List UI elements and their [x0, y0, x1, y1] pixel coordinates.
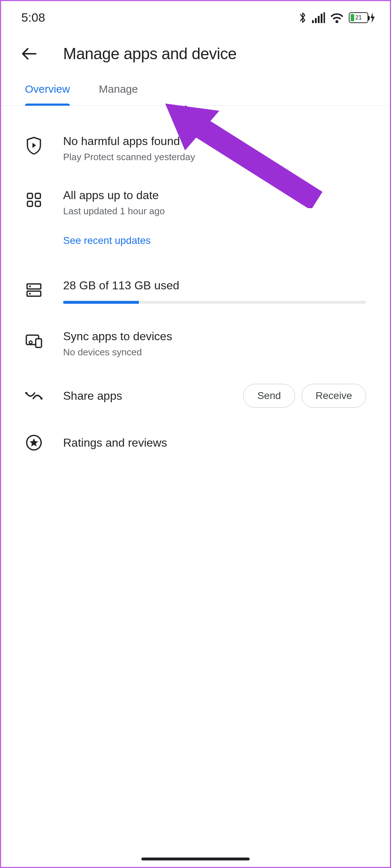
svg-rect-0: [312, 20, 314, 23]
tab-overview[interactable]: Overview: [25, 83, 70, 105]
status-time: 5:08: [21, 10, 45, 25]
svg-rect-8: [35, 193, 40, 198]
svg-point-17: [29, 341, 32, 344]
cellular-icon: [312, 12, 325, 23]
protect-title: No harmful apps found: [63, 135, 366, 148]
status-bar: 5:08 21: [1, 1, 390, 31]
status-right: 21: [298, 12, 375, 24]
receive-button[interactable]: Receive: [302, 384, 366, 408]
svg-point-5: [336, 21, 338, 23]
share-title: Share apps: [63, 389, 122, 403]
svg-point-18: [25, 392, 27, 394]
apps-grid-icon: [25, 191, 43, 209]
sync-title: Sync apps to devices: [63, 330, 366, 343]
battery-indicator: 21: [349, 12, 375, 23]
storage-icon: [25, 281, 43, 299]
see-recent-updates-link[interactable]: See recent updates: [63, 235, 366, 246]
bluetooth-icon: [298, 12, 307, 24]
row-updates[interactable]: All apps up to date Last updated 1 hour …: [25, 189, 366, 246]
protect-sub: Play Protect scanned yesterday: [63, 152, 366, 163]
ratings-title: Ratings and reviews: [63, 436, 167, 450]
back-button[interactable]: [21, 45, 39, 63]
wifi-icon: [330, 12, 344, 23]
row-ratings[interactable]: Ratings and reviews: [25, 434, 366, 452]
svg-rect-1: [315, 18, 317, 23]
arrow-left-icon: [21, 45, 38, 62]
row-storage[interactable]: 28 GB of 113 GB used: [25, 279, 366, 304]
tabs: Overview Manage: [1, 70, 390, 106]
devices-icon: [25, 332, 43, 350]
charging-icon: [370, 12, 375, 23]
shield-play-icon: [25, 137, 43, 155]
gesture-bar[interactable]: [141, 858, 250, 860]
svg-rect-10: [35, 201, 40, 206]
nearby-share-icon: [25, 387, 43, 405]
svg-rect-16: [36, 339, 41, 347]
svg-rect-2: [318, 16, 320, 23]
svg-point-13: [29, 286, 31, 288]
star-circle-icon: [25, 434, 43, 452]
battery-percent: 21: [355, 14, 362, 21]
updates-title: All apps up to date: [63, 189, 366, 202]
row-share: Share apps Send Receive: [25, 384, 366, 408]
storage-title: 28 GB of 113 GB used: [63, 279, 366, 292]
header: Manage apps and device: [1, 31, 390, 70]
svg-point-19: [40, 398, 43, 400]
svg-rect-4: [324, 12, 325, 23]
content: No harmful apps found Play Protect scann…: [1, 106, 390, 452]
updates-sub: Last updated 1 hour ago: [63, 206, 366, 217]
tab-manage[interactable]: Manage: [99, 83, 138, 105]
svg-rect-7: [27, 193, 32, 198]
sync-sub: No devices synced: [63, 347, 366, 358]
page-title: Manage apps and device: [63, 45, 237, 63]
row-play-protect[interactable]: No harmful apps found Play Protect scann…: [25, 135, 366, 163]
svg-rect-9: [27, 201, 32, 206]
svg-point-14: [29, 293, 31, 295]
svg-rect-3: [321, 14, 322, 23]
send-button[interactable]: Send: [243, 384, 295, 408]
storage-progress: [63, 301, 366, 304]
row-sync[interactable]: Sync apps to devices No devices synced: [25, 330, 366, 358]
